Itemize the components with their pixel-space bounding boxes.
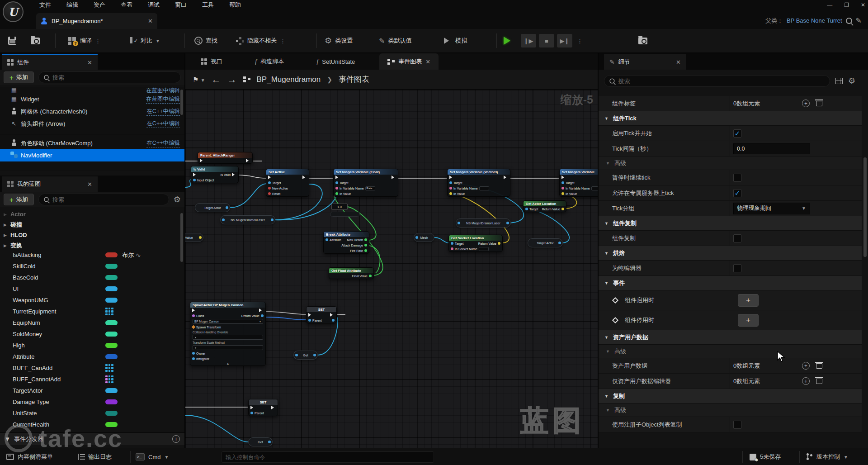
blueprint-node[interactable]: Break AttributeAttributeMax HealthAttack… bbox=[323, 231, 369, 254]
edit-source-link[interactable]: 在C++中编辑 bbox=[146, 139, 180, 147]
blueprint-node[interactable]: Parent: AttackRanger bbox=[198, 152, 253, 164]
node-pin[interactable] bbox=[308, 313, 313, 317]
node-pin[interactable] bbox=[335, 176, 340, 179]
data-pin-icon[interactable] bbox=[458, 222, 460, 224]
blueprint-node[interactable]: Is ValidIs ValidInput Object bbox=[191, 166, 239, 183]
variable-row-IsAttacking[interactable]: IsAttacking布尔∿ bbox=[0, 249, 184, 261]
pin-value-box[interactable] bbox=[591, 186, 598, 190]
node-pin[interactable]: Spawn Transform bbox=[192, 326, 221, 329]
node-input-box[interactable]: BP Mugen Cannon▼ bbox=[193, 319, 263, 324]
variable-watch-icon[interactable]: ∿ bbox=[136, 251, 141, 259]
compile-options-icon[interactable]: ⋮ bbox=[95, 38, 101, 44]
node-Target Actor[interactable]: Target Actor bbox=[528, 238, 563, 247]
source-control-button[interactable]: 版本控制▼ bbox=[807, 448, 848, 465]
node-input-box[interactable]: ▼ bbox=[193, 345, 263, 350]
data-pin-icon[interactable] bbox=[199, 236, 202, 239]
blueprint-node[interactable]: Set Niagara VariableTargetIn Variable Na… bbox=[559, 169, 598, 197]
blueprint-node[interactable]: Get Socket LocationTargetReturn ValueIn … bbox=[448, 235, 503, 252]
menu-item-工具[interactable]: 工具 bbox=[194, 1, 222, 9]
menu-item-帮助[interactable]: 帮助 bbox=[222, 1, 249, 9]
node-Get[interactable]: Get bbox=[293, 351, 318, 360]
category-Actor[interactable]: ▶Actor bbox=[0, 209, 184, 219]
variable-row-UI[interactable]: UI bbox=[0, 283, 184, 294]
node-pin[interactable] bbox=[302, 176, 307, 179]
compile-button[interactable]: ? 编译⋮ bbox=[68, 29, 101, 52]
details-subsection-高级[interactable]: ▼高级 bbox=[599, 157, 862, 170]
blueprint-node[interactable]: Set Niagara Variable (Float)TargetIn Var… bbox=[333, 169, 398, 197]
variable-row-BaseCold[interactable]: BaseCold bbox=[0, 272, 184, 283]
node-pin[interactable]: New Active bbox=[268, 187, 288, 190]
browse-asset-button[interactable] bbox=[31, 29, 40, 52]
pin-value-box[interactable] bbox=[479, 247, 489, 251]
blueprint-node[interactable]: SpawnActor BP Mugen CannonClassReturn Va… bbox=[190, 302, 266, 366]
graph-tab-close-icon[interactable]: ✕ bbox=[425, 58, 430, 65]
data-pin-icon[interactable] bbox=[313, 354, 316, 356]
node-pin[interactable]: In Socket Name bbox=[451, 247, 489, 251]
node-collapse-icon[interactable]: ▲ bbox=[190, 361, 265, 365]
add-component-button[interactable]: +添加 bbox=[4, 71, 34, 83]
add-event-dispatcher-icon[interactable]: + bbox=[172, 435, 180, 443]
node-Target Actor[interactable]: Target Actor bbox=[195, 203, 230, 212]
my-blueprint-search[interactable] bbox=[38, 194, 169, 205]
variable-row-Damage Type[interactable]: Damage Type bbox=[0, 396, 184, 408]
node-pin[interactable]: Input Object bbox=[193, 179, 214, 182]
hide-options-icon[interactable]: ⋮ bbox=[280, 38, 286, 44]
edit-source-link[interactable]: 在C++中编辑 bbox=[146, 120, 180, 128]
node-pin[interactable]: Return Value bbox=[542, 208, 564, 211]
component-row[interactable]: 角色移动 (CharMoveComp)在C++中编辑 bbox=[0, 137, 184, 149]
node-pin[interactable] bbox=[330, 313, 335, 317]
save-button[interactable] bbox=[8, 29, 16, 52]
blueprint-node[interactable]: Set ActiveTargetNew ActiveReset bbox=[266, 169, 309, 197]
blueprint-node[interactable]: Get Actor LocationTargetReturn Value bbox=[523, 200, 566, 212]
node-pin[interactable] bbox=[246, 159, 250, 162]
add-event-button[interactable]: + bbox=[738, 314, 759, 327]
node-pin[interactable] bbox=[332, 319, 335, 322]
add-array-element-icon[interactable]: + bbox=[802, 362, 810, 370]
node-pin[interactable]: Target bbox=[525, 208, 538, 211]
stop-button[interactable]: ■ bbox=[539, 29, 554, 52]
component-row[interactable]: ▦在蓝图中编辑 bbox=[0, 87, 184, 93]
graph-tab-SetUnitState[interactable]: fSetUnitState bbox=[308, 53, 363, 70]
blueprint-node[interactable]: SETParent bbox=[306, 306, 337, 323]
details-tab-close-icon[interactable]: ✕ bbox=[676, 59, 681, 66]
parent-class-link[interactable]: BP Base None Turret bbox=[787, 17, 842, 24]
node-pin[interactable] bbox=[192, 308, 197, 312]
node-pin[interactable] bbox=[250, 406, 255, 409]
checkbox[interactable] bbox=[733, 174, 741, 182]
category-HLOD[interactable]: ▶HLOD bbox=[0, 230, 184, 240]
tab-details[interactable]: ✎ 细节 ✕ bbox=[604, 54, 686, 70]
blueprint-node[interactable]: Get Float AttributeFinal Value bbox=[329, 267, 374, 279]
node-pin[interactable] bbox=[200, 159, 204, 162]
edit-source-link[interactable]: 在蓝图中编辑 bbox=[146, 87, 180, 93]
pin-value-box[interactable] bbox=[479, 186, 489, 190]
value-input[interactable]: 0.0 bbox=[733, 143, 810, 154]
node-pin[interactable]: Owner bbox=[192, 352, 206, 355]
node-pin[interactable]: Return Value bbox=[241, 314, 264, 318]
node-pin[interactable]: Target bbox=[449, 181, 462, 185]
tab-my-blueprint[interactable]: 我的蓝图 ✕ bbox=[2, 176, 98, 192]
variable-row-BUFF_CanAdd[interactable]: BUFF_CanAdd bbox=[0, 362, 184, 374]
node-pin[interactable]: In Value bbox=[449, 192, 465, 195]
eject-button[interactable]: ▶❙ bbox=[557, 29, 572, 52]
menu-item-窗口[interactable]: 窗口 bbox=[167, 1, 194, 9]
node-pin[interactable] bbox=[268, 176, 273, 179]
browse-debug-object-button[interactable] bbox=[638, 29, 647, 52]
component-row[interactable]: NavModifier bbox=[0, 149, 184, 161]
cmd-dropdown[interactable]: >_ Cmd▼ bbox=[136, 448, 169, 465]
node-pin[interactable] bbox=[259, 308, 264, 312]
edit-parent-icon[interactable]: ✎ bbox=[856, 16, 862, 25]
simulate-button[interactable]: 模拟 bbox=[444, 29, 467, 52]
node-pin[interactable]: Is Valid bbox=[221, 173, 236, 176]
data-pin-icon[interactable] bbox=[506, 222, 509, 224]
node-pin[interactable] bbox=[449, 176, 454, 179]
my-blueprint-search-input[interactable] bbox=[52, 196, 164, 203]
node-pin[interactable] bbox=[561, 176, 566, 179]
class-settings-button[interactable]: ⚙类设置 bbox=[325, 29, 353, 52]
details-subsection-高级[interactable]: ▼高级 bbox=[599, 403, 862, 417]
node-pin[interactable]: Parent bbox=[250, 412, 264, 415]
node-pin[interactable]: Fire Rate bbox=[350, 249, 367, 252]
node-pin[interactable]: Target bbox=[335, 181, 348, 185]
play-button[interactable] bbox=[504, 29, 514, 52]
checkbox[interactable] bbox=[733, 129, 741, 138]
details-section-组件Tick[interactable]: ▼组件Tick bbox=[599, 111, 862, 126]
